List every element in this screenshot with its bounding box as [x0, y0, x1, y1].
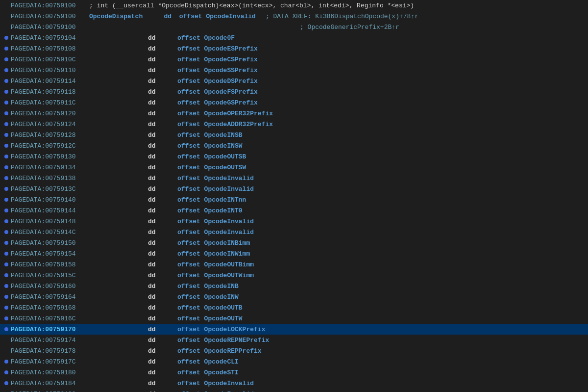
dot-column: [2, 155, 11, 158]
operand-label: offset OpcodeLOCKPrefix: [177, 326, 586, 333]
address-label: PAGEDATA:00759180: [11, 369, 89, 376]
breakpoint-dot[interactable]: [4, 155, 8, 158]
breakpoint-dot[interactable]: [4, 381, 8, 385]
dot-column: [2, 176, 11, 180]
table-row[interactable]: PAGEDATA:00759114ddoffset OpcodeDSPrefix: [0, 76, 588, 86]
dot-column: [2, 198, 11, 202]
breakpoint-dot[interactable]: [4, 111, 8, 115]
mnemonic-label: dd: [89, 78, 177, 85]
dot-column: [2, 273, 11, 277]
table-row[interactable]: PAGEDATA:0075915Cddoffset OpcodeOUTWimm: [0, 270, 588, 281]
breakpoint-dot[interactable]: [4, 219, 8, 223]
dot-column: [2, 284, 11, 288]
table-row[interactable]: PAGEDATA:00759104ddoffset Opcode0F: [0, 32, 588, 43]
dot-column: [2, 252, 11, 256]
table-row[interactable]: PAGEDATA:00759180ddoffset OpcodeSTI: [0, 367, 588, 378]
breakpoint-dot[interactable]: [4, 47, 8, 51]
breakpoint-dot[interactable]: [4, 198, 8, 202]
table-row[interactable]: PAGEDATA:00759140ddoffset OpcodeINTnn: [0, 194, 588, 205]
table-row[interactable]: PAGEDATA:0075917Cddoffset OpcodeCLI: [0, 356, 588, 367]
table-row[interactable]: PAGEDATA:00759160ddoffset OpcodeINB: [0, 281, 588, 291]
address-label: PAGEDATA:00759118: [11, 88, 89, 96]
breakpoint-dot[interactable]: [4, 90, 8, 94]
header-mnem: dd: [164, 13, 172, 20]
opcode-dispatch-label: OpcodeDispatch: [89, 13, 143, 20]
operand-label: offset OpcodeInvalid: [177, 380, 586, 387]
table-row[interactable]: PAGEDATA:00759164ddoffset OpcodeINW: [0, 291, 588, 302]
breakpoint-dot[interactable]: [4, 370, 8, 374]
table-row[interactable]: PAGEDATA:00759178ddoffset OpcodeREPPrefi…: [0, 345, 588, 356]
table-row[interactable]: PAGEDATA:00759130ddoffset OpcodeOUTSB: [0, 151, 588, 162]
breakpoint-dot[interactable]: [4, 360, 8, 364]
breakpoint-dot[interactable]: [4, 295, 8, 299]
header-comment-3: ; OpcodeGenericPrefix+2B↑r: [300, 24, 399, 31]
operand-label: offset OpcodeSTI: [177, 369, 586, 376]
address-label: PAGEDATA:00759184: [11, 380, 89, 387]
table-row[interactable]: PAGEDATA:00759110ddoffset OpcodeSSPrefix: [0, 65, 588, 76]
address-label: PAGEDATA:00759130: [11, 153, 89, 160]
breakpoint-dot[interactable]: [4, 176, 8, 180]
breakpoint-dot[interactable]: [4, 262, 8, 266]
mnemonic-label: dd: [89, 315, 177, 322]
dot-column: [2, 316, 11, 320]
operand-label: offset OpcodeINT0: [177, 207, 586, 214]
table-row[interactable]: PAGEDATA:00759124ddoffset OpcodeADDR32Pr…: [0, 119, 588, 130]
breakpoint-dot[interactable]: [4, 187, 8, 191]
header-addr-2: PAGEDATA:00759100: [11, 13, 89, 20]
table-row[interactable]: PAGEDATA:00759144ddoffset OpcodeINT0: [0, 205, 588, 216]
address-label: PAGEDATA:0075910C: [11, 56, 89, 63]
table-row[interactable]: PAGEDATA:00759118ddoffset OpcodeFSPrefix: [0, 86, 588, 97]
table-row[interactable]: PAGEDATA:0075916Cddoffset OpcodeOUTW: [0, 313, 588, 324]
table-row[interactable]: PAGEDATA:00759134ddoffset OpcodeOUTSW: [0, 162, 588, 173]
table-row[interactable]: PAGEDATA:00759138ddoffset OpcodeInvalid: [0, 173, 588, 183]
breakpoint-dot[interactable]: [4, 36, 8, 40]
table-row[interactable]: PAGEDATA:00759108ddoffset OpcodeESPrefix: [0, 43, 588, 54]
address-label: PAGEDATA:00759134: [11, 164, 89, 171]
breakpoint-dot[interactable]: [4, 306, 8, 310]
breakpoint-dot[interactable]: [4, 133, 8, 137]
breakpoint-dot[interactable]: [4, 68, 8, 72]
table-row[interactable]: PAGEDATA:0075913Cddoffset OpcodeInvalid: [0, 183, 588, 194]
table-row[interactable]: PAGEDATA:00759168ddoffset OpcodeOUTB: [0, 302, 588, 313]
table-row[interactable]: PAGEDATA:00759170ddoffset OpcodeLOCKPref…: [0, 324, 588, 335]
dot-column: [2, 144, 11, 148]
table-row[interactable]: PAGEDATA:00759158ddoffset OpcodeOUTBimm: [0, 259, 588, 270]
breakpoint-dot[interactable]: [4, 79, 8, 83]
breakpoint-dot[interactable]: [4, 209, 8, 212]
breakpoint-dot[interactable]: [4, 252, 8, 256]
breakpoint-dot[interactable]: [4, 165, 8, 169]
operand-label: offset OpcodeOUTW: [177, 315, 586, 322]
breakpoint-dot[interactable]: [4, 144, 8, 148]
table-row[interactable]: PAGEDATA:0075914Cddoffset OpcodeInvalid: [0, 227, 588, 237]
table-row[interactable]: PAGEDATA:0075911Cddoffset OpcodeGSPrefix: [0, 97, 588, 108]
table-row[interactable]: PAGEDATA:00759148ddoffset OpcodeInvalid: [0, 216, 588, 227]
breakpoint-dot[interactable]: [4, 57, 8, 61]
table-row[interactable]: PAGEDATA:0075912Cddoffset OpcodeINSW: [0, 140, 588, 151]
table-row[interactable]: PAGEDATA:00759128ddoffset OpcodeINSB: [0, 130, 588, 140]
breakpoint-dot[interactable]: [4, 101, 8, 105]
operand-label: offset OpcodeINSW: [177, 142, 586, 150]
table-row[interactable]: PAGEDATA:00759188ddoffset OpcodeInvalid: [0, 389, 588, 392]
dot-column: [2, 230, 11, 234]
header-comment-1: ; int (__usercall *OpcodeDispatch)<eax>(…: [89, 2, 414, 9]
table-row[interactable]: PAGEDATA:00759120ddoffset OpcodeOPER32Pr…: [0, 108, 588, 119]
address-label: PAGEDATA:00759160: [11, 283, 89, 290]
address-label: PAGEDATA:00759138: [11, 175, 89, 182]
table-row[interactable]: PAGEDATA:00759184ddoffset OpcodeInvalid: [0, 378, 588, 389]
table-row[interactable]: PAGEDATA:00759150ddoffset OpcodeINBimm: [0, 237, 588, 248]
operand-label: offset OpcodeREPPrefix: [177, 347, 586, 355]
rows-container: PAGEDATA:00759104ddoffset Opcode0FPAGEDA…: [0, 32, 588, 392]
table-row[interactable]: PAGEDATA:0075910Cddoffset OpcodeCSPrefix: [0, 54, 588, 65]
table-row[interactable]: PAGEDATA:00759154ddoffset OpcodeINWimm: [0, 248, 588, 259]
breakpoint-dot[interactable]: [4, 122, 8, 126]
table-row[interactable]: PAGEDATA:00759174ddoffset OpcodeREPNEPre…: [0, 335, 588, 345]
breakpoint-dot[interactable]: [4, 327, 8, 331]
breakpoint-dot[interactable]: [4, 241, 8, 245]
address-label: PAGEDATA:00759148: [11, 218, 89, 225]
address-label: PAGEDATA:00759188: [11, 391, 89, 392]
breakpoint-dot[interactable]: [4, 230, 8, 234]
breakpoint-dot[interactable]: [4, 316, 8, 320]
breakpoint-dot[interactable]: [4, 284, 8, 288]
breakpoint-dot[interactable]: [4, 273, 8, 277]
address-label: PAGEDATA:0075913C: [11, 185, 89, 193]
